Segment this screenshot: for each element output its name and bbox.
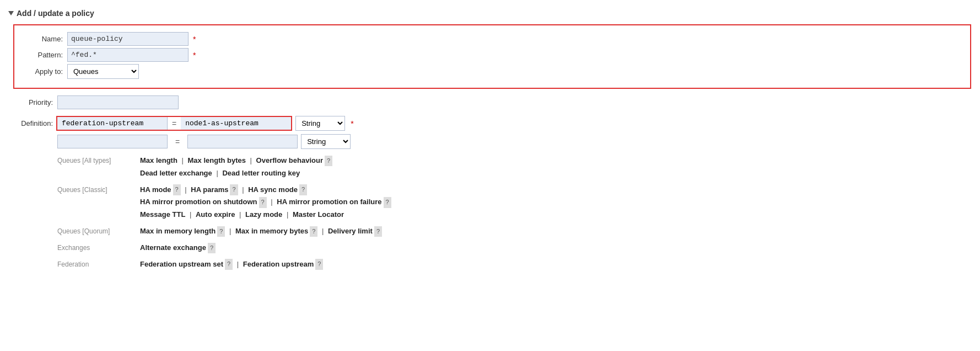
apply-to-row: Apply to: Queues Exchanges All xyxy=(23,64,961,79)
def-equals-2: = xyxy=(171,137,184,146)
hint-classic-line3: Message TTL | Auto expire | Lazy mode | … xyxy=(140,209,391,221)
hint-queues-all-line1: Max length | Max length bytes | Overflow… xyxy=(140,155,332,167)
hint-exchanges-label: Exchanges xyxy=(57,242,140,253)
ha-mode-badge: ? xyxy=(173,184,181,195)
hint-exchanges: Exchanges Alternate exchange? xyxy=(57,242,971,255)
pattern-label: Pattern: xyxy=(23,51,63,59)
hint-quorum-line1: Max in memory length? | Max in memory by… xyxy=(140,226,382,237)
federation-upstream-set-badge: ? xyxy=(225,259,233,270)
delivery-limit-badge: ? xyxy=(374,226,382,237)
definition-row-2: = String Number Boolean List xyxy=(57,134,971,149)
name-required: * xyxy=(193,35,196,44)
definition-label: Definition: xyxy=(13,119,53,127)
hint-classic-line1: HA mode? | HA params? | HA sync mode? xyxy=(140,184,391,196)
def-type-select-1[interactable]: String Number Boolean List xyxy=(295,116,345,131)
def-required-star: * xyxy=(351,119,353,128)
hint-ha-mirror-shutdown[interactable]: HA mirror promotion on shutdown xyxy=(140,198,257,206)
def-val-input-1[interactable] xyxy=(181,117,291,130)
hint-queues-all-line2: Dead letter exchange | Dead letter routi… xyxy=(140,168,332,179)
hint-lazy-mode[interactable]: Lazy mode xyxy=(245,210,282,219)
hint-ha-mirror-failure[interactable]: HA mirror promotion on failure xyxy=(277,198,381,206)
alternate-exchange-badge: ? xyxy=(208,243,216,254)
hint-dead-letter-exchange[interactable]: Dead letter exchange xyxy=(140,169,212,177)
def-key-input-2[interactable] xyxy=(57,135,168,148)
hint-federation: Federation Federation upstream set? | Fe… xyxy=(57,258,971,272)
basic-fields-box: Name: * Pattern: * Apply to: Queues Exch… xyxy=(13,24,971,89)
priority-label: Priority: xyxy=(13,98,53,107)
hint-queues-classic: Queues [Classic] HA mode? | HA params? |… xyxy=(57,184,971,222)
hint-auto-expire[interactable]: Auto expire xyxy=(196,210,235,219)
hint-ha-mode[interactable]: HA mode xyxy=(140,185,171,194)
hint-exchanges-line1: Alternate exchange? xyxy=(140,242,216,254)
hint-federation-upstream-set[interactable]: Federation upstream set xyxy=(140,260,223,268)
hint-queues-all-label: Queues [All types] xyxy=(57,155,140,166)
ha-params-badge: ? xyxy=(230,184,238,195)
name-row: Name: * xyxy=(23,32,961,46)
hint-queues-quorum: Queues [Quorum] Max in memory length? | … xyxy=(57,225,971,238)
def-key-input-1[interactable] xyxy=(57,117,168,130)
hint-federation-items: Federation upstream set? | Federation up… xyxy=(140,259,323,272)
hint-classic-line2: HA mirror promotion on shutdown? | HA mi… xyxy=(140,196,391,208)
apply-to-label: Apply to: xyxy=(23,67,63,76)
definition-red-box: = xyxy=(56,116,292,131)
apply-to-select[interactable]: Queues Exchanges All xyxy=(67,64,139,79)
hint-overflow[interactable]: Overflow behaviour xyxy=(256,156,323,164)
ha-mirror-shutdown-badge: ? xyxy=(259,197,267,208)
ha-sync-mode-badge: ? xyxy=(299,184,307,195)
hint-federation-line1: Federation upstream set? | Federation up… xyxy=(140,259,323,270)
collapse-icon[interactable] xyxy=(8,11,14,15)
hint-alternate-exchange[interactable]: Alternate exchange xyxy=(140,243,206,252)
hint-queues-classic-label: Queues [Classic] xyxy=(57,184,140,195)
hint-message-ttl[interactable]: Message TTL xyxy=(140,210,185,219)
overflow-badge: ? xyxy=(325,156,332,167)
hint-federation-upstream[interactable]: Federation upstream xyxy=(243,260,314,268)
def-equals-1: = xyxy=(168,119,181,128)
definition-section: Definition: = String Number Boolean List… xyxy=(13,116,971,274)
hint-queues-all-items: Max length | Max length bytes | Overflow… xyxy=(140,155,332,180)
ha-mirror-failure-badge: ? xyxy=(384,197,391,208)
pattern-row: Pattern: * xyxy=(23,48,961,62)
hint-delivery-limit[interactable]: Delivery limit xyxy=(328,227,373,235)
max-in-memory-bytes-badge: ? xyxy=(310,226,317,237)
priority-row: Priority: xyxy=(13,95,971,109)
pattern-input[interactable] xyxy=(67,48,189,62)
hint-max-length-bytes[interactable]: Max length bytes xyxy=(188,156,246,164)
max-in-memory-length-badge: ? xyxy=(217,226,225,237)
pattern-required: * xyxy=(193,51,196,60)
hint-queues-all: Queues [All types] Max length | Max leng… xyxy=(57,155,971,180)
priority-input[interactable] xyxy=(57,95,179,109)
section-header: Add / update a policy xyxy=(9,9,971,18)
hint-dead-letter-routing[interactable]: Dead letter routing key xyxy=(222,169,300,177)
definition-row-1: Definition: = String Number Boolean List… xyxy=(13,116,971,131)
federation-upstream-badge: ? xyxy=(315,259,323,270)
hint-max-in-memory-length[interactable]: Max in memory length xyxy=(140,227,216,235)
name-input[interactable] xyxy=(67,32,189,46)
hint-queues-quorum-items: Max in memory length? | Max in memory by… xyxy=(140,226,382,238)
hints-section: Queues [All types] Max length | Max leng… xyxy=(57,155,971,271)
hint-queues-classic-items: HA mode? | HA params? | HA sync mode? HA… xyxy=(140,184,391,222)
policy-form: Name: * Pattern: * Apply to: Queues Exch… xyxy=(13,24,971,274)
hint-max-length[interactable]: Max length xyxy=(140,156,177,164)
hint-federation-label: Federation xyxy=(57,258,140,270)
def-val-input-2[interactable] xyxy=(187,135,298,148)
hint-ha-params[interactable]: HA params xyxy=(191,185,228,194)
hint-master-locator[interactable]: Master Locator xyxy=(293,210,344,219)
hint-queues-quorum-label: Queues [Quorum] xyxy=(57,225,140,237)
name-label: Name: xyxy=(23,35,63,43)
hint-exchanges-items: Alternate exchange? xyxy=(140,242,216,255)
hint-max-in-memory-bytes[interactable]: Max in memory bytes xyxy=(235,227,308,235)
section-title: Add / update a policy xyxy=(17,9,94,18)
hint-ha-sync-mode[interactable]: HA sync mode xyxy=(248,185,298,194)
def-type-select-2[interactable]: String Number Boolean List xyxy=(301,134,351,149)
